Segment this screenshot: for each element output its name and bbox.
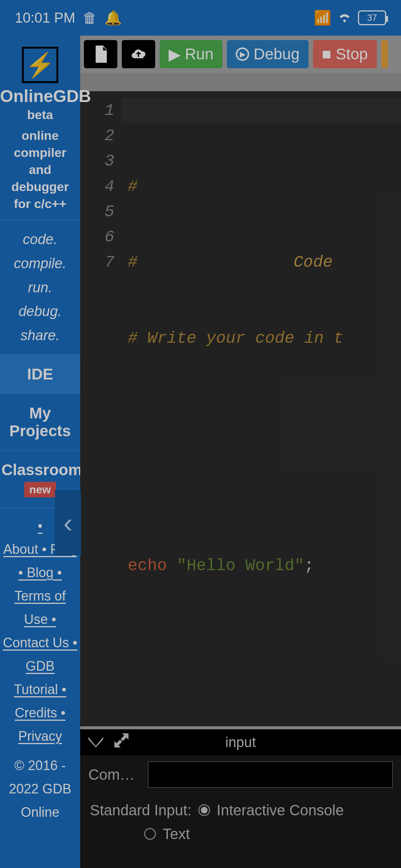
trash-icon: 🗑 bbox=[83, 10, 97, 26]
tagline: online compiler and debugger for c/c++ bbox=[0, 124, 80, 220]
link-blog[interactable]: Blog bbox=[27, 565, 53, 580]
battery-icon: 37 bbox=[358, 10, 386, 25]
stop-button[interactable]: ■ Stop bbox=[313, 40, 377, 68]
command-line-args-input[interactable] bbox=[148, 761, 393, 788]
console-panel: input Com… Standard Input: Interactive C… bbox=[80, 726, 401, 868]
main-area: ▶ Run ▶ Debug ■ Stop 1 2 3 4 5 6 7 bbox=[80, 36, 401, 868]
command-line-args-label: Com… bbox=[88, 766, 140, 783]
wifi-icon bbox=[338, 10, 351, 26]
run-button[interactable]: ▶ Run bbox=[160, 40, 222, 68]
collapse-sidebar-button[interactable]: ‹ bbox=[55, 490, 81, 555]
code-area[interactable]: # #Code # Write your code in t echo "Hel… bbox=[121, 91, 401, 726]
slogan: code. compile. run. debug. share. bbox=[0, 220, 80, 355]
upload-button[interactable] bbox=[122, 40, 155, 68]
new-badge: new bbox=[24, 482, 56, 497]
brand-name: OnlineGDB bbox=[0, 86, 80, 106]
expand-console-icon[interactable] bbox=[114, 733, 128, 751]
code-editor[interactable]: 1 2 3 4 5 6 7 # #Code # Write your code … bbox=[80, 91, 401, 726]
bell-icon: 🔔 bbox=[104, 10, 122, 26]
line-gutter: 1 2 3 4 5 6 7 bbox=[80, 91, 121, 726]
nav-my-projects[interactable]: My Projects bbox=[0, 394, 80, 450]
signal-icon: 📶 bbox=[314, 10, 331, 26]
debug-play-icon: ▶ bbox=[236, 47, 249, 61]
beta-label: beta bbox=[0, 108, 80, 122]
link-tutorial[interactable]: GDB Tutorial bbox=[14, 658, 58, 697]
stop-icon: ■ bbox=[322, 45, 331, 63]
link-contact[interactable]: Contact Us bbox=[3, 635, 69, 650]
play-icon: ▶ bbox=[169, 45, 180, 63]
stdin-label: Standard Input: bbox=[90, 798, 192, 822]
copyright: © 2016 - 2022 GDB Online bbox=[0, 754, 80, 830]
radio-text[interactable] bbox=[144, 828, 156, 840]
tab-strip bbox=[80, 73, 401, 91]
chevron-left-icon: ‹ bbox=[63, 507, 73, 539]
link-terms[interactable]: Terms of Use bbox=[14, 588, 66, 627]
sidebar: ⚡ OnlineGDB beta online compiler and deb… bbox=[0, 36, 80, 868]
link-about[interactable]: About bbox=[3, 542, 38, 557]
radio-interactive-label[interactable]: Interactive Console bbox=[217, 798, 344, 822]
link-privacy[interactable]: Privacy bbox=[18, 729, 62, 744]
radio-text-label[interactable]: Text bbox=[163, 822, 190, 846]
console-title: input bbox=[225, 734, 256, 750]
status-bar: 10:01 PM 🗑 🔔 📶 37 bbox=[0, 0, 401, 36]
share-button-partial[interactable] bbox=[381, 40, 388, 68]
new-file-button[interactable] bbox=[84, 40, 117, 68]
debug-button[interactable]: ▶ Debug bbox=[227, 40, 309, 68]
collapse-console-icon[interactable] bbox=[88, 733, 103, 751]
link-credits[interactable]: Credits bbox=[15, 705, 57, 720]
toolbar: ▶ Run ▶ Debug ■ Stop bbox=[80, 36, 401, 73]
status-time: 10:01 PM bbox=[15, 10, 75, 26]
radio-interactive[interactable] bbox=[198, 804, 210, 816]
nav-ide[interactable]: IDE bbox=[0, 355, 80, 394]
logo-icon: ⚡ bbox=[22, 47, 58, 83]
